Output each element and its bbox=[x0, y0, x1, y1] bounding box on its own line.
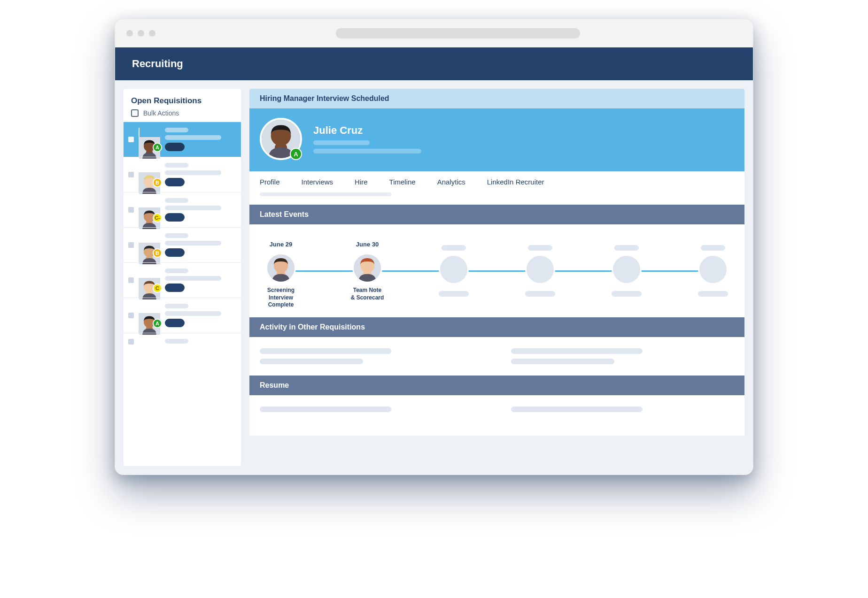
placeholder-line bbox=[260, 192, 391, 196]
candidate-detail: Hiring Manager Interview Scheduled A Jul… bbox=[249, 89, 744, 466]
events-timeline: June 29 ScreeningInterview CompleteJune … bbox=[260, 236, 734, 306]
event-placeholder-icon bbox=[525, 254, 555, 284]
candidate-avatar: A bbox=[260, 118, 302, 160]
candidate-list-item[interactable]: A bbox=[124, 298, 241, 333]
select-checkbox[interactable] bbox=[128, 242, 134, 248]
grade-badge: A bbox=[290, 148, 302, 160]
grade-badge: B bbox=[153, 178, 162, 187]
minimize-icon[interactable] bbox=[138, 30, 144, 37]
checkbox-icon[interactable] bbox=[131, 109, 139, 117]
select-checkbox[interactable] bbox=[128, 207, 134, 213]
grade-badge: A bbox=[153, 319, 162, 328]
timeline-event bbox=[605, 245, 648, 297]
candidate-list-item[interactable]: A bbox=[124, 122, 241, 157]
app-body: Open Requisitions Bulk Actions A bbox=[115, 80, 753, 475]
status-pill bbox=[165, 248, 185, 257]
candidate-summary bbox=[165, 198, 235, 222]
avatar: C- bbox=[139, 199, 160, 221]
event-label-placeholder bbox=[525, 291, 555, 297]
event-label-placeholder bbox=[439, 291, 469, 297]
avatar: B bbox=[139, 164, 160, 185]
grade-badge: C bbox=[153, 284, 162, 293]
event-placeholder-icon bbox=[439, 254, 469, 284]
timeline-event[interactable]: June 29 ScreeningInterview Complete bbox=[260, 239, 302, 303]
browser-window: Recruiting Open Requisitions Bulk Action… bbox=[115, 19, 753, 475]
close-icon[interactable] bbox=[126, 30, 133, 37]
app-title: Recruiting bbox=[132, 58, 183, 69]
grade-badge: B bbox=[153, 248, 162, 258]
browser-chrome bbox=[115, 19, 753, 47]
resume-row bbox=[511, 406, 734, 417]
event-date-placeholder bbox=[701, 245, 725, 251]
candidate-summary bbox=[165, 163, 235, 186]
timeline-event bbox=[433, 245, 475, 297]
candidate-list-item[interactable]: B bbox=[124, 157, 241, 192]
activity-row bbox=[260, 348, 483, 364]
candidate-summary bbox=[165, 128, 235, 151]
sidebar-title: Open Requisitions bbox=[131, 96, 233, 106]
candidate-hero: A Julie Cruz bbox=[249, 108, 744, 171]
tab-analytics[interactable]: Analytics bbox=[437, 178, 465, 186]
candidate-list-item[interactable]: C bbox=[124, 262, 241, 298]
section-resume-body bbox=[249, 395, 744, 436]
avatar bbox=[139, 339, 160, 347]
event-placeholder-icon bbox=[612, 254, 642, 284]
resume-row bbox=[260, 406, 483, 417]
candidate-list: A B C- bbox=[124, 122, 241, 466]
tabs: ProfileInterviewsHireTimelineAnalyticsLi… bbox=[260, 178, 734, 186]
avatar: C bbox=[139, 269, 160, 291]
event-date-placeholder bbox=[442, 245, 466, 251]
candidate-list-item[interactable] bbox=[124, 333, 241, 347]
select-checkbox[interactable] bbox=[128, 339, 134, 345]
open-requisitions-sidebar: Open Requisitions Bulk Actions A bbox=[124, 89, 241, 466]
candidate-name: Julie Cruz bbox=[313, 124, 421, 137]
activity-row bbox=[511, 348, 734, 364]
candidate-meta: Julie Cruz bbox=[313, 124, 421, 153]
maximize-icon[interactable] bbox=[149, 30, 155, 37]
grade-badge: A bbox=[153, 143, 162, 152]
event-placeholder-icon bbox=[698, 254, 728, 284]
candidate-summary bbox=[165, 233, 235, 257]
avatar: A bbox=[139, 129, 160, 150]
event-avatar bbox=[266, 253, 296, 283]
event-date: June 30 bbox=[356, 239, 379, 249]
tab-profile[interactable]: Profile bbox=[260, 178, 280, 186]
event-date-placeholder bbox=[614, 245, 639, 251]
event-label: ScreeningInterview Complete bbox=[260, 287, 302, 303]
timeline-event[interactable]: June 30 Team Note& Scorecard bbox=[346, 239, 388, 303]
select-checkbox[interactable] bbox=[128, 172, 134, 177]
app-header: Recruiting bbox=[115, 47, 753, 80]
placeholder-line bbox=[313, 149, 421, 153]
status-pill bbox=[165, 178, 185, 186]
bulk-actions-toggle[interactable]: Bulk Actions bbox=[131, 109, 233, 117]
event-label-placeholder bbox=[612, 291, 642, 297]
section-resume-header: Resume bbox=[249, 376, 744, 395]
select-checkbox[interactable] bbox=[128, 277, 134, 283]
status-banner: Hiring Manager Interview Scheduled bbox=[249, 89, 744, 108]
section-latest-events-body: June 29 ScreeningInterview CompleteJune … bbox=[249, 224, 744, 317]
section-latest-events-header: Latest Events bbox=[249, 205, 744, 224]
candidate-list-item[interactable]: C- bbox=[124, 192, 241, 227]
event-label-placeholder bbox=[698, 291, 728, 297]
section-activity-header: Activity in Other Requisitions bbox=[249, 317, 744, 337]
sidebar-header: Open Requisitions Bulk Actions bbox=[124, 89, 241, 122]
status-pill bbox=[165, 319, 185, 327]
status-pill bbox=[165, 284, 185, 292]
tab-hire[interactable]: Hire bbox=[355, 178, 368, 186]
tabs-container: ProfileInterviewsHireTimelineAnalyticsLi… bbox=[249, 171, 744, 205]
placeholder-line bbox=[313, 140, 370, 145]
status-pill bbox=[165, 213, 185, 222]
bulk-actions-label: Bulk Actions bbox=[143, 109, 179, 117]
tab-interviews[interactable]: Interviews bbox=[302, 178, 333, 186]
candidate-summary bbox=[165, 304, 235, 327]
select-checkbox[interactable] bbox=[128, 137, 134, 142]
candidate-list-item[interactable]: B bbox=[124, 227, 241, 262]
address-bar[interactable] bbox=[336, 28, 580, 38]
select-checkbox[interactable] bbox=[128, 313, 134, 318]
event-label: Team Note& Scorecard bbox=[351, 287, 384, 303]
window-controls bbox=[126, 30, 155, 37]
tab-timeline[interactable]: Timeline bbox=[389, 178, 416, 186]
event-date: June 29 bbox=[270, 239, 292, 249]
grade-badge: C- bbox=[153, 213, 162, 222]
tab-linkedin-recruiter[interactable]: LinkedIn Recruiter bbox=[487, 178, 544, 186]
